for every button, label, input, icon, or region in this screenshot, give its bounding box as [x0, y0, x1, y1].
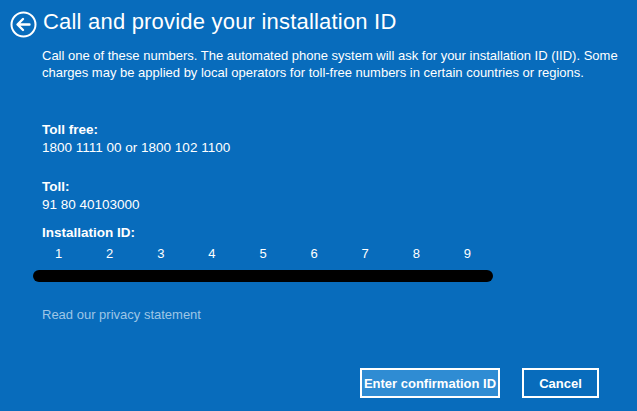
installation-id-label: Installation ID:	[42, 225, 135, 240]
installation-id-group-8: 8	[391, 246, 442, 262]
installation-id-group-5: 5	[237, 246, 288, 262]
installation-id-group-9: 9	[442, 246, 493, 262]
back-button[interactable]	[10, 11, 37, 38]
installation-id-group-6: 6	[289, 246, 340, 262]
enter-confirmation-id-button[interactable]: Enter confirmation ID	[360, 368, 500, 398]
toll-free-label: Toll free:	[42, 122, 98, 137]
installation-id-group-1: 1	[33, 246, 84, 262]
toll-number: 91 80 40103000	[42, 197, 140, 212]
toll-label: Toll:	[42, 179, 70, 194]
privacy-statement-link[interactable]: Read our privacy statement	[42, 307, 201, 322]
instructions-line-2: charges may be applied by local operator…	[42, 64, 618, 81]
installation-id-group-4: 4	[186, 246, 237, 262]
cancel-button[interactable]: Cancel	[522, 368, 599, 398]
back-arrow-icon	[10, 11, 37, 38]
installation-id-group-3: 3	[135, 246, 186, 262]
activation-call-dialog: Call and provide your installation ID Ca…	[0, 0, 637, 411]
instructions-line-1: Call one of these numbers. The automated…	[42, 47, 618, 64]
instructions-text: Call one of these numbers. The automated…	[42, 47, 618, 81]
installation-id-group-headers: 1 2 3 4 5 6 7 8 9	[33, 246, 493, 262]
toll-free-numbers: 1800 1111 00 or 1800 102 1100	[42, 140, 230, 155]
installation-id-redaction-bar	[33, 270, 493, 282]
page-title: Call and provide your installation ID	[43, 9, 396, 35]
installation-id-group-2: 2	[84, 246, 135, 262]
installation-id-group-7: 7	[340, 246, 391, 262]
